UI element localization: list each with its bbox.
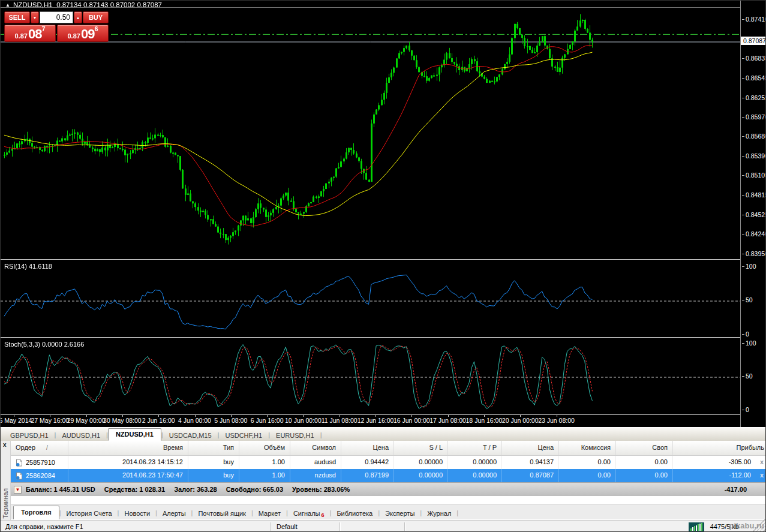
terminal-tab-8[interactable]: Эксперты xyxy=(380,507,420,519)
terminal-tab-6[interactable]: Сигналы6 xyxy=(288,507,330,519)
volume-decrease-button[interactable]: ▼ xyxy=(31,11,39,23)
connection-bar xyxy=(701,523,702,531)
column-header-9[interactable]: Комиссия xyxy=(559,441,616,455)
terminal-tab-1[interactable]: История Счета xyxy=(61,507,118,519)
terminal-tab-4[interactable]: Почтовый ящик xyxy=(193,507,251,519)
connection-bar xyxy=(692,527,693,531)
stoch-axis-label: 50 xyxy=(741,372,753,380)
terminal-close-icon[interactable]: x xyxy=(3,442,7,448)
panel-separator[interactable] xyxy=(1,259,740,260)
column-header-8[interactable]: Цена xyxy=(502,441,559,455)
rsi-axis-label: 50 xyxy=(741,296,753,303)
order-value: 0.94137 xyxy=(530,458,554,465)
column-header-3[interactable]: Объём xyxy=(239,441,290,455)
column-header-label: Время xyxy=(163,444,183,451)
order-row-25862084[interactable]: 258620842014.06.23 17:50:47buy1.00nzdusd… xyxy=(11,469,766,482)
volume-input[interactable] xyxy=(40,11,73,23)
time-axis-tick xyxy=(303,415,304,417)
order-value: -112.00 xyxy=(729,471,752,479)
terminal-tab-9[interactable]: Журнал xyxy=(422,507,456,519)
connection-bar xyxy=(690,528,692,531)
column-header-6[interactable]: S / L xyxy=(394,441,448,455)
rsi-indicator-chart[interactable] xyxy=(1,260,740,337)
column-header-2[interactable]: Тип xyxy=(188,441,239,455)
order-id: 25857910 xyxy=(26,459,55,466)
main-price-chart[interactable] xyxy=(1,8,740,259)
order-cell: nzdusd xyxy=(290,469,341,482)
order-cell: 25857910 xyxy=(11,456,68,469)
order-document-icon xyxy=(16,472,23,480)
order-value: buy xyxy=(223,471,234,479)
chart-ohlc-quotes: 0.87134 0.87143 0.87002 0.87087 xyxy=(56,1,162,8)
order-cell: 0.00 xyxy=(559,469,616,482)
price-axis[interactable]: 0.874100.871200.868350.865450.862550.859… xyxy=(740,1,766,427)
column-header-0[interactable]: Ордер/ xyxy=(11,441,68,455)
price-axis-label: 0.85970 xyxy=(741,113,766,121)
price-axis-label: 0.83950 xyxy=(741,250,766,257)
time-axis-label: 18 Jun 16:00 xyxy=(466,417,503,424)
status-separator xyxy=(340,522,341,531)
chart-tab-gbpusdh1[interactable]: GBPUSD,H1 xyxy=(4,429,55,441)
chart-window-title: ▲NZDUSD,H1 0.87134 0.87143 0.87002 0.870… xyxy=(5,1,162,8)
column-header-label: Своп xyxy=(652,444,668,451)
chart-tab-audusdh1[interactable]: AUDUSD,H1 xyxy=(56,429,106,441)
tab-separator: | xyxy=(456,509,458,519)
collapse-triangle-icon[interactable]: ▲ xyxy=(5,2,10,8)
time-axis-tick xyxy=(557,415,557,417)
chart-tab-eurusdh1[interactable]: EURUSD,H1 xyxy=(270,429,320,441)
order-value: 1.00 xyxy=(272,471,285,479)
order-cell: 0.00 xyxy=(559,456,616,469)
price-axis-label: 0.85390 xyxy=(741,152,766,160)
terminal-tab-2[interactable]: Новости xyxy=(119,507,155,519)
column-header-10[interactable]: Своп xyxy=(616,441,673,455)
status-help-text: Для справки, нажмите F1 xyxy=(1,523,269,530)
terminal-tabs-bar: Торговля|История Счета|Новости|Алерты|По… xyxy=(11,504,766,519)
terminal-tab-7[interactable]: Библиотека xyxy=(331,507,378,519)
close-order-icon[interactable]: x xyxy=(760,458,764,465)
chart-tabs-bar: GBPUSD,H1|AUDUSD,H1|NZDUSD,H1|USDCAD,M15… xyxy=(1,427,766,441)
price-axis-label: 0.84815 xyxy=(741,191,766,199)
stochastic-indicator-chart[interactable] xyxy=(1,338,740,414)
order-value: 0.00 xyxy=(655,458,668,465)
volume-increase-button[interactable]: ▲ xyxy=(74,11,82,23)
status-separator xyxy=(404,522,405,531)
time-axis-tick xyxy=(50,415,50,417)
time-axis-tick xyxy=(484,415,485,417)
column-header-11[interactable]: Прибыль xyxy=(673,441,766,455)
column-header-label: Ордер xyxy=(16,444,35,451)
time-axis-tick xyxy=(14,415,14,417)
order-row-25857910[interactable]: 258579102014.06.23 14:15:12buy1.00audusd… xyxy=(11,456,766,469)
order-cell: 0.00000 xyxy=(448,469,502,482)
order-cell: 0.87087 xyxy=(502,469,559,482)
sell-button[interactable]: SELL xyxy=(4,11,30,23)
order-value: 0.00 xyxy=(598,458,611,465)
close-order-icon[interactable]: x xyxy=(760,471,764,479)
time-axis-label: 17 Jun 08:00 xyxy=(429,417,466,424)
column-header-7[interactable]: T / P xyxy=(448,441,502,455)
chart-tab-nzdusdh1[interactable]: NZDUSD,H1 xyxy=(108,428,161,441)
connection-status-icon xyxy=(689,522,704,531)
status-profile[interactable]: Default xyxy=(272,523,339,530)
chart-tab-usdcadm15[interactable]: USDCAD,M15 xyxy=(163,429,218,441)
column-header-1[interactable]: Время xyxy=(68,441,188,455)
time-axis-label: 30 May 08:00 xyxy=(103,417,142,424)
panel-separator[interactable] xyxy=(1,337,740,338)
sort-indicator: / xyxy=(46,444,48,451)
order-value: 0.87199 xyxy=(365,471,389,479)
time-axis[interactable]: 26 May 201427 May 16:0029 May 00:0030 Ma… xyxy=(1,415,740,426)
order-value: nzdusd xyxy=(315,471,336,479)
time-axis-label: 6 Jun 16:00 xyxy=(251,417,284,424)
column-header-5[interactable]: Цена xyxy=(341,441,394,455)
time-axis-tick xyxy=(122,415,123,417)
terminal-tab-0[interactable]: Торговля xyxy=(13,506,59,519)
buy-price-button[interactable]: 0.87 09 6 xyxy=(57,25,109,42)
column-header-4[interactable]: Символ xyxy=(290,441,341,455)
terminal-tab-5[interactable]: Маркет xyxy=(253,507,286,519)
balance-segment: Баланс: 1 445.31 USD xyxy=(26,486,95,493)
terminal-main: Ордер/ВремяТипОбъёмСимволЦенаS / LT / PЦ… xyxy=(11,441,766,520)
buy-button[interactable]: BUY xyxy=(83,11,109,23)
account-balance-row: ▼ Баланс: 1 445.31 USDСредства: 1 028.31… xyxy=(11,482,766,496)
sell-price-button[interactable]: 0.87 08 7 xyxy=(4,25,56,42)
chart-tab-usdchfh1[interactable]: USDCHF,H1 xyxy=(219,429,268,441)
terminal-tab-3[interactable]: Алерты xyxy=(157,507,191,519)
